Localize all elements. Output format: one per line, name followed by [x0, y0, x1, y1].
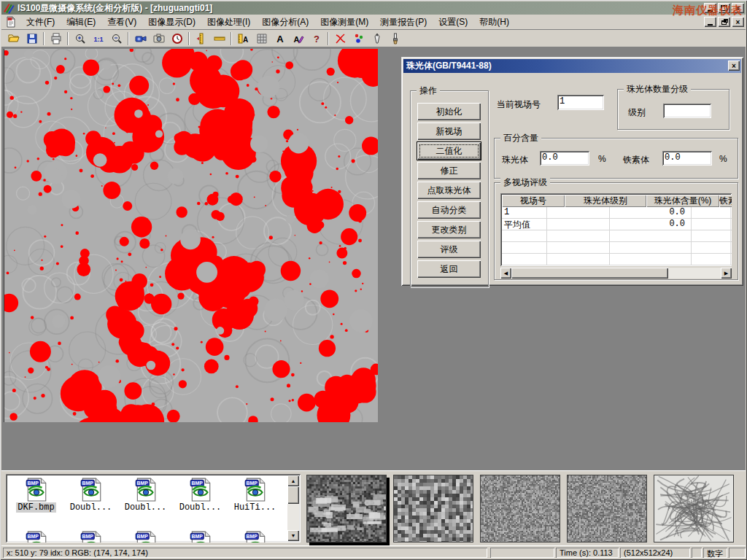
- timer-button[interactable]: [168, 31, 186, 46]
- mdi-minimize-button[interactable]: [704, 17, 716, 27]
- table-row[interactable]: 平均值0.0: [502, 219, 732, 230]
- title-bar[interactable]: IS100显微摄像系统(金相分析版) - [zhuguangti01] ×: [1, 1, 746, 15]
- menu-item[interactable]: 图像分析(A): [256, 15, 314, 30]
- operation-button[interactable]: 二值化: [417, 142, 481, 160]
- file-item[interactable]: BMP: [63, 530, 118, 542]
- menu-item[interactable]: 文件(F): [20, 15, 61, 30]
- table-header-cell[interactable]: 视场号: [502, 195, 565, 207]
- scroll-right-button[interactable]: ▶: [721, 268, 732, 279]
- close-icon: ×: [736, 4, 740, 12]
- svg-text:BMP: BMP: [27, 534, 39, 539]
- hscroll-track[interactable]: [668, 268, 721, 279]
- file-item[interactable]: BMP Doubl...: [118, 477, 173, 513]
- mdi-restore-button[interactable]: [718, 17, 730, 27]
- file-item[interactable]: BMP Doubl...: [173, 477, 228, 513]
- curve-button[interactable]: [331, 31, 349, 46]
- table-header-cell[interactable]: 珠光体含量(%): [646, 195, 719, 207]
- minimize-button[interactable]: [704, 3, 716, 13]
- table-row[interactable]: 10.0: [502, 207, 732, 219]
- menu-item[interactable]: 图像处理(I): [201, 15, 256, 30]
- zoom-in-button[interactable]: [71, 31, 89, 46]
- dialog-close-button[interactable]: ×: [728, 61, 740, 71]
- actual-size-button[interactable]: 1:1: [89, 31, 107, 46]
- rating-group-label: 多视场评级: [500, 176, 550, 189]
- operation-button[interactable]: 初始化: [417, 103, 481, 120]
- file-item[interactable]: BMP: [228, 530, 282, 542]
- help-button[interactable]: ?: [307, 31, 325, 46]
- ruler-icon: [214, 33, 225, 44]
- save-button[interactable]: [23, 31, 41, 46]
- thumbnail-4[interactable]: [567, 475, 647, 542]
- file-vscrollbar[interactable]: ▲ ▼: [287, 475, 299, 541]
- pearlite-input[interactable]: 0.0: [540, 151, 589, 166]
- minimize-icon: [708, 10, 713, 12]
- maximize-button[interactable]: [718, 3, 730, 13]
- table-row[interactable]: [502, 242, 732, 254]
- file-item[interactable]: BMP Doubl...: [63, 477, 118, 513]
- thumbnail-5[interactable]: [654, 475, 734, 542]
- bmp-file-icon: BMP: [79, 530, 104, 542]
- annotate-button[interactable]: A: [289, 31, 307, 46]
- operation-button[interactable]: 自动分类: [417, 201, 481, 219]
- camera-button[interactable]: [150, 31, 168, 46]
- operation-button[interactable]: 点取珠光体: [417, 182, 481, 199]
- window-title: IS100显微摄像系统(金相分析版) - [zhuguangti01]: [18, 2, 212, 15]
- ruler-button[interactable]: [210, 31, 228, 46]
- table-cell: [502, 254, 547, 265]
- pearlite-label: 珠光体: [502, 154, 528, 166]
- scroll-left-button[interactable]: ◀: [500, 268, 511, 279]
- menu-item[interactable]: 查看(V): [101, 15, 142, 30]
- thumbnail-2[interactable]: [393, 475, 473, 542]
- table-row[interactable]: [502, 254, 732, 265]
- menu-item[interactable]: 图像测量(M): [314, 15, 374, 30]
- menu-item[interactable]: 设置(S): [433, 15, 473, 30]
- file-item[interactable]: BMP: [173, 530, 228, 542]
- thumbnail-1[interactable]: [306, 475, 387, 542]
- table-header-cell[interactable]: 珠光体级别: [565, 195, 646, 207]
- operation-button[interactable]: 返回: [417, 260, 481, 278]
- grid-button[interactable]: [252, 31, 271, 46]
- operation-button[interactable]: 修正: [417, 162, 481, 179]
- pen-button[interactable]: [368, 31, 386, 46]
- operation-button[interactable]: 更改类别: [417, 221, 481, 238]
- open-button[interactable]: [4, 31, 23, 46]
- hscroll-thumb[interactable]: [511, 268, 668, 279]
- metallograph-image[interactable]: [4, 49, 378, 422]
- file-item[interactable]: BMP HuiTi...: [228, 477, 282, 513]
- svg-text:A: A: [276, 34, 284, 44]
- menu-item[interactable]: 编辑(E): [61, 15, 101, 30]
- ferrite-input[interactable]: 0.0: [662, 151, 712, 166]
- video-camera-button[interactable]: [131, 31, 150, 46]
- vscroll-thumb[interactable]: [287, 486, 299, 504]
- current-field-input[interactable]: 1: [557, 95, 604, 110]
- file-item[interactable]: BMP: [118, 530, 173, 542]
- menu-item[interactable]: 测量报告(P): [374, 15, 433, 30]
- dialog-title-bar[interactable]: 珠光体(GB/T9441-88) ×: [403, 59, 741, 73]
- caliper-button[interactable]: [192, 31, 210, 46]
- mdi-close-button[interactable]: ×: [732, 17, 744, 27]
- vscroll-track[interactable]: [287, 504, 299, 530]
- text-label-button[interactable]: A: [271, 31, 289, 46]
- file-item[interactable]: BMP: [9, 530, 63, 542]
- operation-button[interactable]: 评级: [417, 241, 481, 258]
- zoom-out-button[interactable]: [107, 31, 125, 46]
- thumbnail-3[interactable]: [480, 475, 560, 542]
- brush-button[interactable]: [386, 31, 404, 46]
- table-row[interactable]: [502, 230, 732, 242]
- measure-text-button[interactable]: A: [234, 31, 252, 46]
- scroll-down-button[interactable]: ▼: [287, 530, 299, 541]
- close-button[interactable]: ×: [732, 3, 744, 13]
- menu-item[interactable]: 帮助(H): [473, 15, 515, 30]
- operation-button[interactable]: 新视场: [417, 122, 481, 140]
- video-camera-icon: [135, 33, 147, 44]
- print-button[interactable]: [47, 31, 65, 46]
- operation-group: 操作 初始化新视场二值化修正点取珠光体自动分类更改类别评级返回: [410, 90, 489, 287]
- table-hscrollbar[interactable]: ◀ ▶: [500, 268, 732, 279]
- scroll-up-button[interactable]: ▲: [287, 475, 299, 486]
- points-button[interactable]: [349, 31, 368, 46]
- rating-table: 视场号珠光体级别珠光体含量(%)铁素体含量(%) 10.0 平均值0.0: [500, 193, 732, 266]
- menu-item[interactable]: 图像显示(D): [142, 15, 201, 30]
- file-item[interactable]: BMP DKF.bmp: [9, 477, 63, 513]
- grade-input[interactable]: [663, 104, 711, 118]
- table-header-cell[interactable]: 铁素体含量(%): [719, 195, 732, 207]
